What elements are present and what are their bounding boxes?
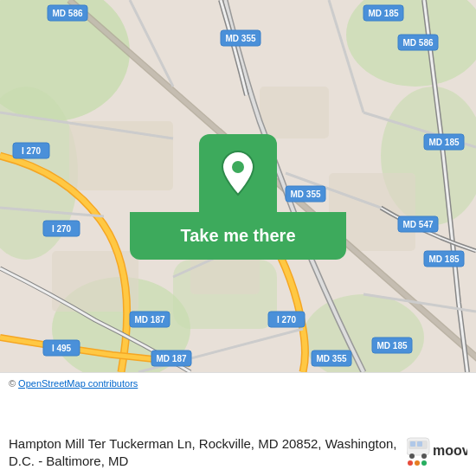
address-text: Hampton Mill Ter Tuckerman Ln, Rockville… <box>9 435 398 469</box>
svg-text:moovit: moovit <box>433 443 467 458</box>
svg-point-61 <box>409 453 415 459</box>
svg-text:I 270: I 270 <box>22 146 42 156</box>
bottom-info-bar: © OpenStreetMap contributors Hampton Mil… <box>0 372 476 476</box>
map-pin-area <box>199 134 277 212</box>
moovit-logo-svg: moovit <box>407 436 467 469</box>
address-row: Hampton Mill Ter Tuckerman Ln, Rockville… <box>9 435 467 469</box>
svg-text:MD 586: MD 586 <box>402 38 433 48</box>
svg-text:MD 355: MD 355 <box>225 34 255 43</box>
svg-text:MD 185: MD 185 <box>368 9 398 18</box>
svg-point-65 <box>421 460 427 466</box>
svg-text:MD 185: MD 185 <box>376 341 407 351</box>
svg-text:MD 586: MD 586 <box>52 9 82 18</box>
svg-text:MD 355: MD 355 <box>316 354 346 363</box>
svg-text:I 495: I 495 <box>52 344 72 353</box>
moovit-logo: moovit <box>407 436 467 469</box>
svg-text:MD 185: MD 185 <box>428 138 459 147</box>
attribution-bar: © OpenStreetMap contributors <box>9 378 467 389</box>
svg-text:MD 185: MD 185 <box>428 254 459 264</box>
take-me-there-button[interactable]: Take me there <box>130 212 346 260</box>
svg-text:MD 547: MD 547 <box>402 220 433 229</box>
osm-link[interactable]: OpenStreetMap contributors <box>18 378 138 389</box>
cta-container: Take me there <box>130 134 346 260</box>
svg-point-56 <box>232 161 244 173</box>
map-view: MD 586 MD 185 MD 355 MD 586 I 270 MD 185… <box>0 0 476 372</box>
svg-text:I 270: I 270 <box>277 315 297 325</box>
svg-text:I 270: I 270 <box>52 224 72 234</box>
svg-rect-59 <box>410 441 415 447</box>
svg-point-64 <box>415 460 420 466</box>
svg-point-63 <box>408 460 413 466</box>
svg-text:MD 187: MD 187 <box>156 354 186 363</box>
svg-rect-11 <box>260 87 329 138</box>
copyright-symbol: © <box>9 378 16 389</box>
svg-text:MD 187: MD 187 <box>134 315 164 325</box>
svg-point-62 <box>421 453 427 459</box>
cta-button-label: Take me there <box>180 226 295 245</box>
svg-rect-60 <box>417 441 422 447</box>
location-pin-icon <box>218 150 258 196</box>
